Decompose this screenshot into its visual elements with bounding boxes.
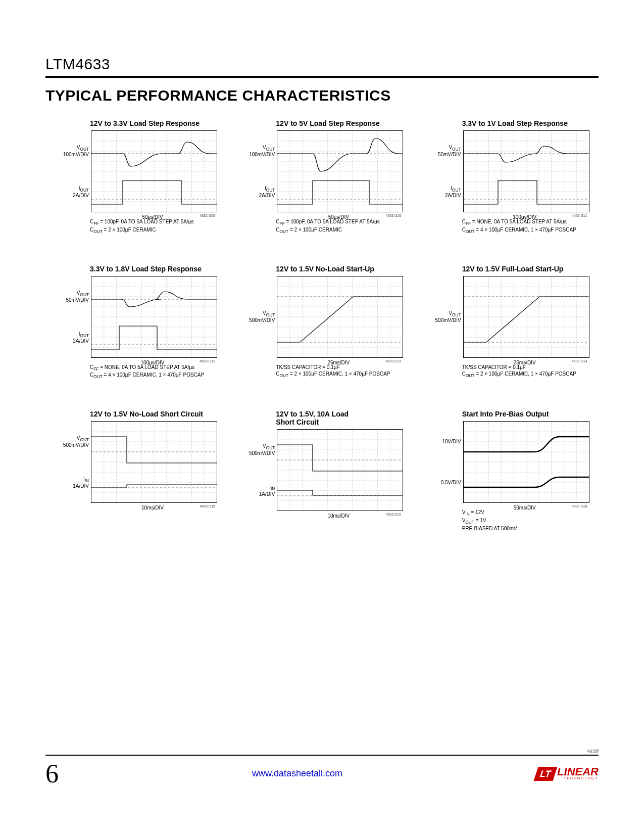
- chart-caption: CFF = NONE, 0A TO 5A LOAD STEP AT 5A/µsC…: [462, 218, 593, 235]
- y-axis-labels: VOUT500mV/DIVIIN1A/DIV: [61, 421, 91, 503]
- chart-4: 12V to 1.5V No-Load Start-UpVOUT500mV/DI…: [246, 265, 408, 380]
- scope-plot: [463, 130, 589, 212]
- scope-plot: [277, 276, 403, 358]
- y-axis-labels: VOUT500mV/DIV: [246, 276, 277, 358]
- part-number: LTM4633: [45, 45, 599, 78]
- y-axis-labels: VOUT100mV/DIVIOUT2A/DIV: [246, 130, 277, 212]
- y-axis-labels: 10V/DIV0.5V/DIV: [433, 421, 463, 503]
- y-axis-labels: VOUT50mV/DIVIOUT2A/DIV: [433, 130, 463, 212]
- chart-caption: TK/SS CAPACITOR = 0.1µFCOUT = 2 × 100µF …: [276, 364, 407, 379]
- chart-3: 3.3V to 1.8V Load Step ResponseVOUT50mV/…: [61, 265, 222, 380]
- chart-caption: CFF = NONE, 0A TO 5A LOAD STEP AT 5A/µsC…: [90, 364, 221, 380]
- scope-plot: [277, 429, 403, 511]
- chart-5: 12V to 1.5V Full-Load Start-UpVOUT500mV/…: [433, 265, 595, 380]
- y-axis-labels: VOUT100mV/DIVIOUT2A/DIV: [61, 130, 91, 212]
- doc-revision: 4633f: [45, 749, 599, 756]
- chart-caption: VIN = 12VVOUT = 1VPRE-BIASED AT 500mV: [462, 509, 593, 532]
- chart-title: 12V to 1.5V No-Load Short Circuit: [90, 410, 222, 418]
- scope-plot: [463, 421, 589, 503]
- y-axis-labels: VOUT500mV/DIV: [433, 276, 463, 358]
- logo-brand: LINEAR: [557, 767, 599, 776]
- chart-7: 12V to 1.5V, 10A LoadShort CircuitVOUT50…: [246, 410, 408, 532]
- page-number: 6: [45, 759, 59, 789]
- chart-caption: CFF = 100pF, 0A TO 5A LOAD STEP AT 5A/µs…: [276, 218, 407, 235]
- chart-1: 12V to 5V Load Step ResponseVOUT100mV/DI…: [246, 119, 408, 235]
- scope-plot: [91, 130, 217, 212]
- section-title: TYPICAL PERFORMANCE CHARACTERISTICS: [45, 87, 599, 104]
- chart-title: 3.3V to 1V Load Step Response: [462, 119, 595, 127]
- scope-plot: [91, 421, 217, 503]
- scope-plot: [277, 130, 403, 212]
- chart-title: 12V to 1.5V No-Load Start-Up: [276, 265, 408, 273]
- chart-title: 12V to 3.3V Load Step Response: [90, 119, 222, 127]
- charts-grid: 12V to 3.3V Load Step ResponseVOUT100mV/…: [45, 119, 599, 532]
- chart-8: Start Into Pre-Bias Output10V/DIV0.5V/DI…: [433, 410, 595, 532]
- y-axis-labels: VOUT50mV/DIVIOUT2A/DIV: [61, 276, 91, 358]
- logo-subtext: TECHNOLOGY: [557, 776, 599, 780]
- chart-caption: TK/SS CAPACITOR = 0.1µFCOUT = 2 × 100µF …: [462, 364, 593, 379]
- page-footer: 4633f 6 www.datasheetall.com LT LINEAR T…: [45, 749, 599, 789]
- chart-title: 12V to 1.5V, 10A LoadShort Circuit: [276, 410, 408, 426]
- lt-mark-icon: LT: [534, 767, 558, 781]
- chart-caption: CFF = 100pF, 0A TO 5A LOAD STEP AT 5A/µs…: [90, 218, 221, 235]
- footer-link[interactable]: www.datasheetall.com: [252, 768, 342, 779]
- scope-plot: [463, 276, 589, 358]
- chart-2: 3.3V to 1V Load Step ResponseVOUT50mV/DI…: [433, 119, 595, 235]
- chart-title: 12V to 1.5V Full-Load Start-Up: [462, 265, 595, 273]
- scope-plot: [91, 276, 217, 358]
- chart-6: 12V to 1.5V No-Load Short CircuitVOUT500…: [61, 410, 222, 532]
- chart-title: 12V to 5V Load Step Response: [276, 119, 408, 127]
- linear-technology-logo: LT LINEAR TECHNOLOGY: [536, 767, 599, 781]
- chart-0: 12V to 3.3V Load Step ResponseVOUT100mV/…: [61, 119, 222, 235]
- chart-title: Start Into Pre-Bias Output: [462, 410, 595, 418]
- chart-title: 3.3V to 1.8V Load Step Response: [90, 265, 222, 273]
- y-axis-labels: VOUT500mV/DIVIIN1A/DIV: [246, 429, 277, 511]
